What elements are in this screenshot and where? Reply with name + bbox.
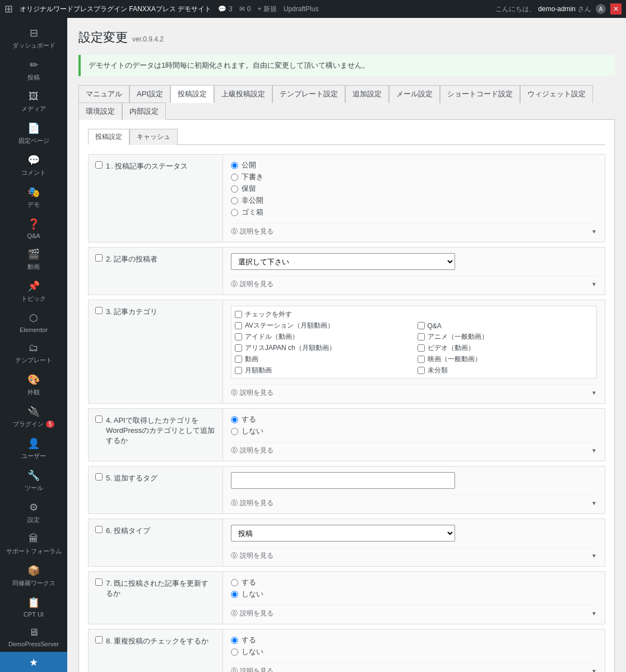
cat-check-all[interactable]: チェックを外す <box>235 310 593 319</box>
checkbox-post-status[interactable] <box>95 161 103 169</box>
sidebar-item-elementor[interactable]: ⬡ Elementor <box>0 307 67 338</box>
select-post-type[interactable]: 投稿 <box>231 525 455 542</box>
radio-draft[interactable]: 下書き <box>231 172 597 182</box>
radio-api-cat-no[interactable]: しない <box>231 426 597 436</box>
radio-group-update-existing: する しない <box>231 577 597 599</box>
sidebar-item-video[interactable]: 🎬 動画 <box>0 244 67 276</box>
explain-post-author[interactable]: ⓪ 説明を見る ▼ <box>231 276 597 289</box>
close-button[interactable]: ✕ <box>610 3 622 15</box>
sidebar-item-doujin[interactable]: 📦 同修羅ワークス <box>0 560 67 592</box>
tab-additional[interactable]: 追加設定 <box>345 85 389 103</box>
checkbox-update-existing[interactable] <box>95 578 103 586</box>
sidebar-item-posts[interactable]: ✏ 投稿 <box>0 54 67 86</box>
tab-shortcode[interactable]: ショートコード設定 <box>440 85 520 103</box>
sidebar-item-support-forum[interactable]: 🏛 サポートフォーラム <box>0 529 67 560</box>
tab-api[interactable]: API設定 <box>129 85 170 103</box>
sidebar: ⊟ ダッシュボード ✏ 投稿 🖼 メディア 📄 固定ページ 💬 コメント 🎭 デ… <box>0 18 67 672</box>
sidebar-item-plugins[interactable]: 🔌 プラグイン5 <box>0 401 67 433</box>
tab-advanced-post[interactable]: 上級投稿設定 <box>214 85 272 103</box>
explain-category[interactable]: ⓪ 説明を見る ▼ <box>231 384 597 398</box>
tab-environment[interactable]: 環境設定 <box>78 102 122 120</box>
explain-duplicate-check[interactable]: ⓪ 説明を見る ▼ <box>231 662 597 672</box>
setting-row-post-status: 1. 投稿記事のステータス 公開 下書き 保留 非公開 ゴミ箱 ⓪ 説明を見る … <box>88 154 605 242</box>
admin-avatar[interactable]: A <box>596 4 606 14</box>
category-grid: チェックを外す AVステーション（月額動画） Q&A <box>235 310 593 375</box>
sidebar-item-users[interactable]: 👤 ユーザー <box>0 433 67 465</box>
tab-widget[interactable]: ウィジェット設定 <box>520 85 593 103</box>
input-add-tag[interactable] <box>231 472 455 489</box>
checkbox-add-tag[interactable] <box>95 473 103 480</box>
radio-trash[interactable]: ゴミ箱 <box>231 207 597 217</box>
explain-api-category[interactable]: ⓪ 説明を見る ▼ <box>231 442 597 455</box>
sub-tab-cache[interactable]: キャッシュ <box>129 129 178 145</box>
sidebar-item-demo[interactable]: 🎭 デモ <box>0 181 67 213</box>
main-content: 設定変更 ver.0.9.4.2 デモサイトのデータは1時間毎に初期化されます。… <box>67 18 626 672</box>
radio-pending[interactable]: 保留 <box>231 184 597 194</box>
comments-icon[interactable]: 💬 3 <box>218 5 233 13</box>
sidebar-item-template[interactable]: 🗂 テンプレート <box>0 338 67 369</box>
cat-idol[interactable]: アイドル（動画） <box>235 332 411 342</box>
cat-movie[interactable]: 映画（一般動画） <box>418 354 593 364</box>
select-post-author[interactable]: 選択して下さい <box>231 253 455 270</box>
updraftplus-button[interactable]: UpdraftPlus <box>284 5 319 13</box>
wp-logo-icon[interactable]: ⊞ <box>4 3 13 15</box>
tab-template[interactable]: テンプレート設定 <box>272 85 345 103</box>
checkbox-post-author[interactable] <box>95 254 103 262</box>
radio-update-no[interactable]: しない <box>231 589 597 599</box>
sidebar-item-cpt-ui-1[interactable]: 📋 CPT UI <box>0 592 67 622</box>
sidebar-item-appearance[interactable]: 🎨 外観 <box>0 369 67 401</box>
sidebar-item-qa[interactable]: ❓ Q&A <box>0 213 67 244</box>
cat-qa[interactable]: Q&A <box>418 321 593 330</box>
radio-api-cat-yes[interactable]: する <box>231 414 597 424</box>
setting-label-add-tag: 5. 追加するタグ <box>89 466 223 514</box>
radio-dup-yes[interactable]: する <box>231 635 597 645</box>
cat-anime[interactable]: アニメ（一般動画） <box>418 332 593 342</box>
sidebar-item-demo-press-server[interactable]: 🖥 DemoPressServer <box>0 622 67 652</box>
explain-post-status[interactable]: ⓪ 説明を見る ▼ <box>231 223 597 236</box>
sidebar-item-topic[interactable]: 📌 トピック <box>0 276 67 307</box>
messages-icon[interactable]: ✉ 0 <box>239 5 251 13</box>
site-name[interactable]: オリジナルワードプレスプラグイン FANXXAプレス デモサイト <box>20 4 211 14</box>
checkbox-post-type[interactable] <box>95 526 103 533</box>
checkbox-duplicate-check[interactable] <box>95 636 103 643</box>
sub-tab-post-settings[interactable]: 投稿設定 <box>88 129 129 145</box>
cat-monthly[interactable]: 月額動画 <box>235 366 411 375</box>
radio-update-yes[interactable]: する <box>231 577 597 587</box>
checkbox-api-category[interactable] <box>95 416 103 423</box>
radio-group-post-status: 公開 下書き 保留 非公開 ゴミ箱 <box>231 160 597 217</box>
sidebar-item-fanxxa-press[interactable]: ★ FANXXA Press <box>0 652 67 672</box>
tab-mail[interactable]: メール設定 <box>389 85 440 103</box>
setting-control-api-category: する しない ⓪ 説明を見る ▼ <box>223 409 605 461</box>
cat-video[interactable]: 動画 <box>235 354 411 364</box>
version-badge: ver.0.9.4.2 <box>132 35 164 43</box>
greeting-text: こんにちは、 demo-admin さん <box>495 4 591 14</box>
sidebar-item-dashboard[interactable]: ⊟ ダッシュボード <box>0 22 67 54</box>
radio-private[interactable]: 非公開 <box>231 195 597 206</box>
sidebar-item-comments[interactable]: 💬 コメント <box>0 150 67 181</box>
checkbox-category[interactable] <box>95 307 103 314</box>
new-post-button[interactable]: + 新規 <box>257 4 276 14</box>
cat-alice[interactable]: アリスJAPAN ch（月額動画） <box>235 343 411 353</box>
demo-icon: 🎭 <box>27 186 40 198</box>
setting-control-category: チェックを外す AVステーション（月額動画） Q&A <box>223 300 605 403</box>
explain-post-type[interactable]: ⓪ 説明を見る ▼ <box>231 547 597 561</box>
sidebar-item-pages[interactable]: 📄 固定ページ <box>0 118 67 150</box>
support-forum-icon: 🏛 <box>29 533 39 545</box>
sidebar-item-settings[interactable]: ⚙ 設定 <box>0 497 67 529</box>
cat-video-adult[interactable]: ビデオ（動画） <box>418 343 593 353</box>
explain-add-tag[interactable]: ⓪ 説明を見る ▼ <box>231 494 597 508</box>
sidebar-item-media[interactable]: 🖼 メディア <box>0 86 67 118</box>
cat-uncat[interactable]: 未分類 <box>418 366 593 375</box>
cpt-ui-icon-1: 📋 <box>27 596 40 609</box>
explain-arrow-6: ▼ <box>591 553 597 559</box>
radio-publish[interactable]: 公開 <box>231 160 597 170</box>
cat-av-station[interactable]: AVステーション（月額動画） <box>235 321 411 330</box>
radio-dup-no[interactable]: しない <box>231 647 597 657</box>
tab-internal[interactable]: 内部設定 <box>122 102 166 120</box>
sidebar-item-tools[interactable]: 🔧 ツール <box>0 465 67 497</box>
tab-manual[interactable]: マニュアル <box>78 85 129 103</box>
notice-banner: デモサイトのデータは1時間毎に初期化されます。自由に変更して頂いて構いません。 <box>78 55 615 76</box>
explain-update-existing[interactable]: ⓪ 説明を見る ▼ <box>231 605 597 618</box>
tab-post-settings[interactable]: 投稿設定 <box>170 85 214 103</box>
page-title: 設定変更 ver.0.9.4.2 <box>78 29 615 46</box>
